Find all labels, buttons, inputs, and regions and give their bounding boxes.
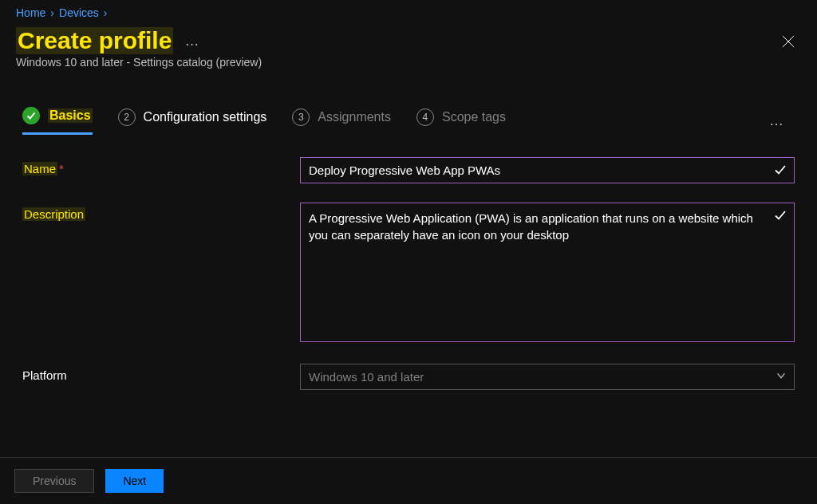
step-number-icon: 4 bbox=[416, 108, 434, 126]
tab-label: Configuration settings bbox=[144, 110, 267, 124]
tab-label: Assignments bbox=[318, 110, 391, 124]
breadcrumb-devices[interactable]: Devices bbox=[59, 6, 99, 19]
previous-button[interactable]: Previous bbox=[14, 469, 94, 493]
tab-label: Scope tags bbox=[442, 110, 506, 124]
next-button[interactable]: Next bbox=[105, 469, 164, 493]
chevron-right-icon: › bbox=[104, 6, 108, 19]
chevron-right-icon: › bbox=[50, 6, 54, 19]
checkmark-icon bbox=[774, 209, 787, 224]
tabs-more-icon[interactable]: … bbox=[769, 112, 795, 129]
form-row-description: Description bbox=[22, 203, 795, 345]
description-label: Description bbox=[22, 203, 300, 221]
required-asterisk: * bbox=[59, 162, 64, 175]
tab-basics[interactable]: Basics bbox=[22, 107, 93, 135]
tab-scope-tags[interactable]: 4 Scope tags bbox=[416, 108, 506, 134]
name-input[interactable] bbox=[300, 157, 795, 183]
platform-select[interactable]: Windows 10 and later bbox=[300, 364, 795, 390]
step-number-icon: 2 bbox=[118, 108, 136, 126]
description-input[interactable] bbox=[300, 203, 795, 342]
close-icon[interactable] bbox=[776, 32, 801, 55]
tab-label: Basics bbox=[48, 108, 93, 123]
page-header: Create profile … Windows 10 and later - … bbox=[0, 22, 817, 75]
platform-label: Platform bbox=[22, 364, 300, 382]
footer: Previous Next bbox=[0, 457, 817, 504]
checkmark-icon bbox=[774, 163, 787, 179]
check-circle-icon bbox=[22, 107, 40, 124]
tab-assignments[interactable]: 3 Assignments bbox=[292, 108, 391, 134]
page-title: Create profile bbox=[16, 27, 173, 54]
name-label: Name* bbox=[22, 157, 300, 175]
breadcrumb-home[interactable]: Home bbox=[16, 6, 45, 19]
tab-configuration-settings[interactable]: 2 Configuration settings bbox=[118, 108, 267, 134]
breadcrumb: Home › Devices › bbox=[0, 0, 817, 22]
wizard-tabs: Basics 2 Configuration settings 3 Assign… bbox=[0, 75, 817, 135]
more-icon[interactable]: … bbox=[184, 33, 200, 49]
page-subtitle: Windows 10 and later - Settings catalog … bbox=[16, 56, 262, 69]
form-row-platform: Platform Windows 10 and later bbox=[22, 364, 795, 390]
form-row-name: Name* bbox=[22, 157, 795, 183]
step-number-icon: 3 bbox=[292, 108, 310, 126]
chevron-down-icon bbox=[776, 370, 787, 384]
form: Name* Description Platform Windows 10 an… bbox=[0, 135, 817, 390]
